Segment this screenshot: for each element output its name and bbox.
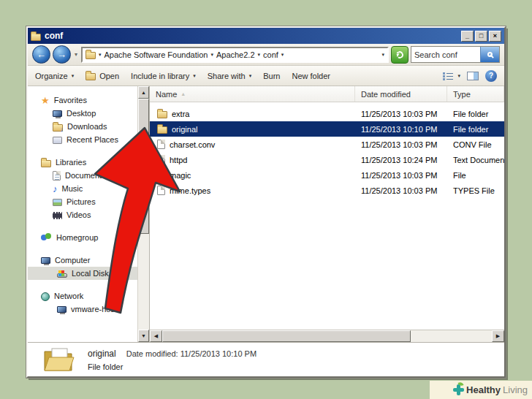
file-row-original-selected[interactable]: original 11/25/2013 10:10 PM File folder — [150, 121, 504, 137]
sidebar-item-local-disk-c[interactable]: Local Disk (C:) — [28, 267, 137, 280]
file-type: CONV File — [447, 140, 504, 149]
open-label: Open — [99, 72, 119, 80]
search-box[interactable] — [411, 46, 500, 63]
include-in-library-label: Include in library — [131, 72, 189, 80]
horizontal-scrollbar[interactable]: ◀ ▶ — [150, 330, 504, 342]
explorer-window: conf _ □ × ← → ▾ ▾ Apache Software Found… — [26, 26, 506, 378]
file-row-mime-types[interactable]: mime.types 11/25/2013 10:03 PM TYPES Fil… — [150, 183, 504, 198]
breadcrumb-segment-apache-software-foundation[interactable]: Apache Software Foundation — [104, 50, 208, 59]
healthy-living-plus-icon — [453, 384, 464, 395]
column-label: Date modified — [361, 90, 411, 99]
share-with-button[interactable]: Share with ▾ — [208, 72, 252, 80]
minimize-button[interactable]: _ — [461, 31, 474, 42]
organize-button[interactable]: Organize ▾ — [35, 72, 74, 80]
sidebar-item-pictures[interactable]: Pictures — [28, 195, 137, 208]
sidebar-item-computer[interactable]: Computer — [28, 254, 137, 267]
preview-pane-icon[interactable] — [467, 72, 479, 80]
file-icon — [157, 186, 165, 195]
forward-button[interactable]: → — [53, 45, 71, 64]
scrollbar-thumb[interactable] — [162, 330, 411, 342]
vmware-host-icon — [57, 306, 66, 313]
share-with-label: Share with — [208, 72, 246, 80]
file-date: 11/25/2013 10:03 PM — [355, 110, 447, 118]
close-button[interactable]: × — [489, 31, 501, 42]
file-row-extra[interactable]: extra 11/25/2013 10:03 PM File folder — [150, 106, 504, 121]
open-folder-icon — [86, 73, 96, 80]
sidebar-item-label: Computer — [55, 256, 90, 265]
sidebar-item-recent-places[interactable]: Recent Places — [28, 133, 137, 146]
file-type: File folder — [447, 125, 504, 134]
file-row-charset-conv[interactable]: charset.conv 11/25/2013 10:03 PM CONV Fi… — [150, 137, 504, 152]
back-button[interactable]: ← — [32, 45, 50, 64]
title-bar[interactable]: conf _ □ × — [28, 28, 504, 44]
sidebar-item-favorites[interactable]: ★ Favorites — [28, 94, 137, 107]
sidebar-item-documents[interactable]: Documents — [28, 169, 137, 182]
column-header-date-modified[interactable]: Date modified — [355, 86, 447, 102]
sidebar-item-homegroup[interactable]: Homegroup — [28, 231, 137, 244]
open-button[interactable]: Open — [86, 71, 119, 80]
recent-places-icon — [53, 137, 62, 144]
sidebar-item-libraries[interactable]: Libraries — [28, 156, 137, 169]
burn-button[interactable]: Burn — [263, 72, 280, 80]
scroll-down-button[interactable]: ▼ — [138, 330, 149, 342]
list-view-icon — [443, 72, 454, 80]
sidebar-item-videos[interactable]: Videos — [28, 208, 137, 221]
chevron-down-icon: ▾ — [457, 73, 460, 79]
refresh-icon — [395, 50, 404, 58]
scroll-left-button[interactable]: ◀ — [150, 330, 162, 342]
maximize-button[interactable]: □ — [475, 31, 487, 42]
file-date: 11/25/2013 10:03 PM — [355, 186, 447, 195]
file-row-httpd[interactable]: httpd 11/25/2013 10:24 PM Text Document — [150, 152, 504, 167]
file-type: Text Document — [447, 156, 504, 164]
sidebar-item-desktop[interactable]: Desktop — [28, 107, 137, 120]
breadcrumb[interactable]: ▾ Apache Software Foundation ▾ Apache2.2… — [81, 47, 389, 63]
address-dropdown-icon[interactable]: ▾ — [381, 52, 384, 58]
sidebar-item-label: Libraries — [56, 158, 86, 167]
file-date: 11/25/2013 10:24 PM — [355, 156, 447, 164]
sidebar-item-network[interactable]: Network — [28, 289, 137, 303]
sidebar-item-vmware-host[interactable]: vmware-host — [28, 303, 137, 316]
change-view-button[interactable]: ▾ — [443, 72, 460, 80]
help-icon[interactable]: ? — [485, 70, 497, 82]
videos-icon — [53, 212, 62, 219]
music-icon: ♪ — [53, 184, 58, 194]
sidebar-item-music[interactable]: ♪ Music — [28, 182, 137, 195]
window-folder-icon — [31, 34, 41, 41]
file-date: 11/25/2013 10:10 PM — [355, 125, 447, 134]
screenshot-background: conf _ □ × ← → ▾ ▾ Apache Software Found… — [0, 0, 532, 399]
file-name: charset.conv — [170, 140, 215, 149]
file-name: magic — [170, 171, 191, 180]
include-in-library-button[interactable]: Include in library ▾ — [131, 72, 196, 80]
chevron-down-icon: ▾ — [249, 73, 252, 79]
search-button[interactable] — [480, 47, 499, 62]
scroll-right-button[interactable]: ▶ — [492, 330, 504, 342]
sidebar-scrollbar[interactable]: ▲ ▼ — [137, 86, 150, 342]
sidebar-item-downloads[interactable]: ↓ Downloads — [28, 120, 137, 133]
file-row-magic[interactable]: magic 11/25/2013 10:03 PM File — [150, 167, 504, 183]
new-folder-label: New folder — [292, 72, 330, 80]
navigation-pane: ★ Favorites Desktop ↓ Downloads Recent P… — [28, 86, 137, 342]
large-folder-icon — [42, 345, 76, 374]
refresh-button[interactable] — [391, 46, 408, 64]
breadcrumb-segment-apache22[interactable]: Apache2.2 — [216, 50, 255, 59]
breadcrumb-segment-conf[interactable]: conf — [263, 50, 278, 59]
scrollbar-thumb[interactable] — [138, 99, 149, 234]
column-header-name[interactable]: Name ▲ — [150, 86, 355, 102]
sidebar-item-label: Recent Places — [66, 135, 118, 144]
burn-label: Burn — [263, 72, 280, 80]
column-header-type[interactable]: Type — [447, 86, 504, 102]
search-icon — [487, 52, 493, 57]
downloads-icon: ↓ — [53, 124, 63, 132]
sidebar-item-label: Documents — [65, 171, 106, 180]
file-name: httpd — [170, 156, 187, 164]
sidebar-item-label: Local Disk (C:) — [72, 269, 124, 278]
sidebar-item-label: Desktop — [66, 109, 96, 118]
address-bar-row: ← → ▾ ▾ Apache Software Foundation ▾ Apa… — [28, 44, 504, 66]
download-arrow-icon: ↓ — [61, 126, 64, 133]
search-input[interactable] — [411, 50, 480, 59]
file-rows: extra 11/25/2013 10:03 PM File folder or… — [150, 102, 504, 198]
history-dropdown-icon[interactable]: ▾ — [73, 51, 79, 58]
local-disk-icon — [57, 273, 67, 278]
new-folder-button[interactable]: New folder — [292, 72, 330, 80]
scroll-up-button[interactable]: ▲ — [138, 86, 149, 99]
